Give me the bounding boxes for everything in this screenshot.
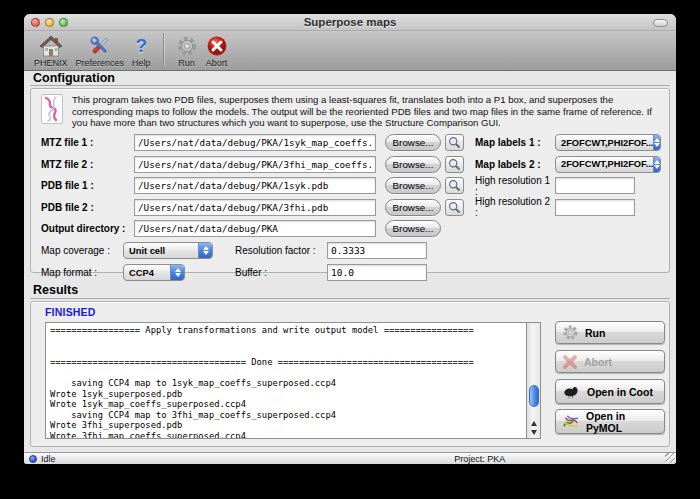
title-bar[interactable]: Superpose maps	[24, 14, 676, 31]
open-in-pymol-button[interactable]: Open in PyMOL	[555, 409, 665, 434]
map-labels-1-label: Map labels 1 :	[475, 137, 555, 148]
pdb-file-2-browse-button[interactable]: Browse...	[385, 199, 441, 216]
project-label: Project: PKA	[454, 454, 505, 464]
abort-icon	[206, 34, 228, 57]
molecule-ribbon-icon	[41, 94, 63, 124]
resolution-factor-label: Resolution factor :	[235, 245, 327, 256]
stepper-icon	[198, 243, 212, 258]
map-labels-1-select[interactable]: 2FOFCWT,PHI2FOF...	[555, 134, 661, 151]
pdb-file-2-row: PDB file 2 : Browse... High resolution 2…	[41, 198, 669, 217]
pdb-file-1-inspect-button[interactable]	[445, 177, 464, 194]
main-toolbar: PHENIX Preferences ?	[24, 31, 676, 71]
scrollbar-thumb[interactable]	[529, 385, 539, 407]
tools-icon	[88, 34, 112, 57]
help-icon: ?	[136, 34, 148, 57]
log-console[interactable]: ================= Apply transformations …	[45, 322, 541, 439]
magnifier-icon	[448, 201, 461, 214]
output-directory-input[interactable]	[134, 220, 376, 237]
mtz-file-1-row: MTZ file 1 : Browse... Map labels 1 : 2F…	[41, 133, 669, 152]
results-heading: Results	[33, 283, 78, 297]
pymol-molecule-icon	[562, 414, 580, 430]
status-text: Idle	[41, 454, 56, 464]
toolbar-help-button[interactable]: ? Help	[128, 34, 155, 68]
house-icon	[39, 34, 63, 57]
stepper-icon	[653, 135, 660, 150]
status-indicator-icon	[29, 455, 37, 463]
content-area: Configuration This program takes two PDB…	[24, 71, 676, 452]
map-format-row: Map format : CCP4 Buffer :	[41, 263, 669, 282]
map-coverage-row: Map coverage : Unit cell Resolution fact…	[41, 241, 669, 260]
pdb-file-1-browse-button[interactable]: Browse...	[385, 177, 441, 194]
map-labels-2-label: Map labels 2 :	[475, 159, 555, 170]
output-directory-row: Output directory : Browse...	[41, 219, 669, 238]
open-in-coot-button[interactable]: Open in Coot	[555, 379, 665, 404]
magnifier-icon	[448, 158, 461, 171]
magnifier-icon	[448, 179, 461, 192]
resolution-factor-input[interactable]	[327, 242, 427, 259]
high-resolution-2-label: High resolution 2 :	[475, 196, 555, 218]
mtz-file-1-inspect-button[interactable]	[445, 134, 464, 151]
magnifier-icon	[448, 136, 461, 149]
pdb-file-2-label: PDB file 2 :	[41, 202, 134, 213]
pdb-file-1-row: PDB file 1 : Browse... High resolution 1…	[41, 176, 669, 195]
mtz-file-1-browse-button[interactable]: Browse...	[385, 134, 441, 151]
toolbar-help-label: Help	[132, 58, 151, 68]
stepper-icon	[653, 157, 660, 172]
abort-button[interactable]: Abort	[555, 350, 665, 373]
resize-grip[interactable]	[665, 453, 675, 463]
pdb-file-2-inspect-button[interactable]	[445, 199, 464, 216]
map-labels-2-select[interactable]: 2FOFCWT,PHI2FOF...	[555, 156, 661, 173]
output-directory-browse-button[interactable]: Browse...	[385, 220, 441, 237]
configuration-group: This program takes two PDB files, superp…	[30, 88, 670, 273]
mtz-file-2-input[interactable]	[134, 156, 376, 173]
mtz-file-1-input[interactable]	[134, 134, 376, 151]
toolbar-preferences-button[interactable]: Preferences	[72, 34, 129, 68]
configuration-description: This program takes two PDB files, superp…	[72, 94, 661, 129]
pdb-file-1-input[interactable]	[134, 177, 376, 194]
high-resolution-1-label: High resolution 1 :	[475, 175, 555, 197]
toolbar-abort-button[interactable]: Abort	[202, 34, 232, 68]
scroll-down-icon[interactable]	[531, 430, 537, 435]
configuration-divider	[30, 85, 670, 86]
high-resolution-2-input[interactable]	[555, 199, 635, 216]
configuration-heading: Configuration	[33, 71, 115, 85]
scroll-up-icon[interactable]	[531, 421, 537, 426]
gear-icon	[562, 324, 579, 341]
results-group: FINISHED ================= Apply transfo…	[30, 301, 670, 447]
toolbar-phenix-button[interactable]: PHENIX	[30, 34, 72, 68]
gear-icon	[176, 34, 198, 57]
toolbar-abort-label: Abort	[206, 58, 228, 68]
app-window: Superpose maps PHENIX	[24, 14, 676, 464]
toolbar-run-label: Run	[178, 58, 195, 68]
buffer-input[interactable]	[327, 264, 427, 281]
console-scrollbar[interactable]	[526, 322, 541, 439]
high-resolution-1-input[interactable]	[555, 177, 635, 194]
map-coverage-label: Map coverage :	[41, 245, 123, 256]
output-directory-label: Output directory :	[41, 223, 134, 234]
map-format-select[interactable]: CCP4	[123, 264, 185, 281]
mtz-file-2-inspect-button[interactable]	[445, 156, 464, 173]
toolbar-run-button[interactable]: Run	[172, 34, 202, 68]
toolbar-phenix-label: PHENIX	[34, 58, 68, 68]
pdb-file-2-input[interactable]	[134, 199, 376, 216]
coot-bird-icon	[562, 384, 581, 399]
mtz-file-2-browse-button[interactable]: Browse...	[385, 156, 441, 173]
pdb-file-1-label: PDB file 1 :	[41, 180, 134, 191]
toolbar-separator	[163, 33, 164, 67]
map-coverage-select[interactable]: Unit cell	[123, 242, 213, 259]
mtz-file-2-row: MTZ file 2 : Browse... Map labels 2 : 2F…	[41, 155, 669, 174]
window-title: Superpose maps	[24, 16, 676, 28]
results-divider	[30, 298, 670, 299]
map-format-label: Map format :	[41, 267, 123, 278]
toolbar-toggle-button[interactable]	[653, 19, 668, 27]
mtz-file-1-label: MTZ file 1 :	[41, 137, 134, 148]
status-bar: Idle Project: PKA	[24, 452, 676, 464]
buffer-label: Buffer :	[235, 267, 327, 278]
abort-x-icon	[562, 354, 578, 370]
status-badge: FINISHED	[45, 306, 96, 318]
mtz-file-2-label: MTZ file 2 :	[41, 159, 134, 170]
stepper-icon	[170, 265, 184, 280]
run-button[interactable]: Run	[555, 321, 665, 344]
toolbar-preferences-label: Preferences	[76, 58, 125, 68]
